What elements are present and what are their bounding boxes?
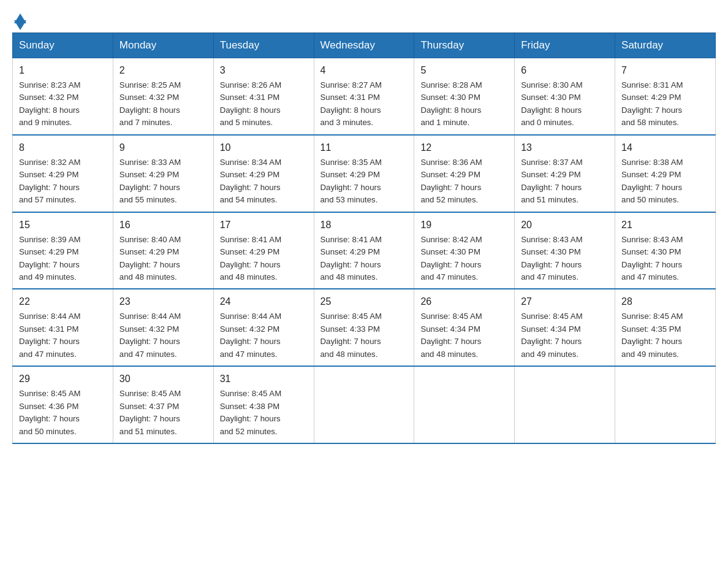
day-info: Sunrise: 8:36 AM Sunset: 4:29 PM Dayligh… bbox=[420, 158, 482, 204]
day-info: Sunrise: 8:45 AM Sunset: 4:34 PM Dayligh… bbox=[521, 312, 582, 358]
calendar-cell: 11Sunrise: 8:35 AM Sunset: 4:29 PM Dayli… bbox=[314, 135, 414, 212]
calendar-cell: 12Sunrise: 8:36 AM Sunset: 4:29 PM Dayli… bbox=[414, 135, 515, 212]
day-number: 30 bbox=[119, 372, 207, 386]
calendar-cell: 13Sunrise: 8:37 AM Sunset: 4:29 PM Dayli… bbox=[515, 135, 615, 212]
day-info: Sunrise: 8:38 AM Sunset: 4:29 PM Dayligh… bbox=[621, 158, 683, 204]
day-info: Sunrise: 8:26 AM Sunset: 4:31 PM Dayligh… bbox=[220, 80, 281, 127]
day-info: Sunrise: 8:45 AM Sunset: 4:37 PM Dayligh… bbox=[119, 389, 181, 435]
calendar-cell: 15Sunrise: 8:39 AM Sunset: 4:29 PM Dayli… bbox=[13, 212, 113, 289]
day-info: Sunrise: 8:35 AM Sunset: 4:29 PM Dayligh… bbox=[320, 158, 382, 204]
day-info: Sunrise: 8:28 AM Sunset: 4:30 PM Dayligh… bbox=[420, 80, 482, 127]
day-number: 4 bbox=[320, 63, 408, 78]
day-number: 6 bbox=[521, 63, 609, 78]
day-number: 16 bbox=[119, 218, 207, 232]
calendar-table: SundayMondayTuesdayWednesdayThursdayFrid… bbox=[12, 33, 716, 444]
calendar-cell bbox=[314, 366, 414, 443]
day-number: 8 bbox=[19, 140, 107, 155]
day-number: 11 bbox=[320, 140, 408, 155]
day-number: 14 bbox=[621, 140, 709, 155]
calendar-cell: 31Sunrise: 8:45 AM Sunset: 4:38 PM Dayli… bbox=[213, 366, 314, 443]
calendar-cell: 29Sunrise: 8:45 AM Sunset: 4:36 PM Dayli… bbox=[13, 366, 113, 443]
calendar-cell bbox=[515, 366, 615, 443]
day-info: Sunrise: 8:30 AM Sunset: 4:30 PM Dayligh… bbox=[521, 80, 582, 127]
day-number: 26 bbox=[420, 294, 508, 309]
day-info: Sunrise: 8:43 AM Sunset: 4:30 PM Dayligh… bbox=[621, 235, 683, 282]
day-number: 22 bbox=[19, 294, 107, 309]
calendar-cell: 10Sunrise: 8:34 AM Sunset: 4:29 PM Dayli… bbox=[213, 135, 314, 212]
calendar-week-row: 1Sunrise: 8:23 AM Sunset: 4:32 PM Daylig… bbox=[13, 58, 716, 135]
calendar-cell: 20Sunrise: 8:43 AM Sunset: 4:30 PM Dayli… bbox=[515, 212, 615, 289]
calendar-cell: 21Sunrise: 8:43 AM Sunset: 4:30 PM Dayli… bbox=[615, 212, 716, 289]
day-info: Sunrise: 8:45 AM Sunset: 4:34 PM Dayligh… bbox=[420, 312, 482, 358]
day-info: Sunrise: 8:43 AM Sunset: 4:30 PM Dayligh… bbox=[521, 235, 582, 282]
calendar-cell: 17Sunrise: 8:41 AM Sunset: 4:29 PM Dayli… bbox=[213, 212, 314, 289]
day-info: Sunrise: 8:44 AM Sunset: 4:32 PM Dayligh… bbox=[220, 312, 281, 358]
calendar-cell: 14Sunrise: 8:38 AM Sunset: 4:29 PM Dayli… bbox=[615, 135, 716, 212]
calendar-week-row: 15Sunrise: 8:39 AM Sunset: 4:29 PM Dayli… bbox=[13, 212, 716, 289]
day-number: 7 bbox=[621, 63, 709, 78]
logo bbox=[12, 12, 26, 26]
day-number: 27 bbox=[521, 294, 609, 309]
day-number: 24 bbox=[220, 294, 308, 309]
calendar-cell: 28Sunrise: 8:45 AM Sunset: 4:35 PM Dayli… bbox=[615, 289, 716, 366]
day-number: 21 bbox=[621, 218, 709, 232]
calendar-cell: 5Sunrise: 8:28 AM Sunset: 4:30 PM Daylig… bbox=[414, 58, 515, 135]
calendar-cell: 27Sunrise: 8:45 AM Sunset: 4:34 PM Dayli… bbox=[515, 289, 615, 366]
day-number: 28 bbox=[621, 294, 709, 309]
day-number: 19 bbox=[420, 218, 508, 232]
day-info: Sunrise: 8:45 AM Sunset: 4:38 PM Dayligh… bbox=[220, 389, 281, 435]
day-number: 10 bbox=[220, 140, 308, 155]
day-info: Sunrise: 8:33 AM Sunset: 4:29 PM Dayligh… bbox=[119, 158, 181, 204]
calendar-cell: 16Sunrise: 8:40 AM Sunset: 4:29 PM Dayli… bbox=[113, 212, 213, 289]
day-info: Sunrise: 8:45 AM Sunset: 4:36 PM Dayligh… bbox=[19, 389, 80, 435]
weekday-header-wednesday: Wednesday bbox=[314, 33, 414, 58]
day-info: Sunrise: 8:40 AM Sunset: 4:29 PM Dayligh… bbox=[119, 235, 181, 282]
day-info: Sunrise: 8:31 AM Sunset: 4:29 PM Dayligh… bbox=[621, 80, 683, 127]
calendar-cell bbox=[615, 366, 716, 443]
day-number: 9 bbox=[119, 140, 207, 155]
page-header bbox=[12, 12, 716, 26]
weekday-header-sunday: Sunday bbox=[13, 33, 113, 58]
day-number: 5 bbox=[420, 63, 508, 78]
weekday-header-monday: Monday bbox=[113, 33, 213, 58]
day-number: 17 bbox=[220, 218, 308, 232]
calendar-cell bbox=[414, 366, 515, 443]
day-number: 1 bbox=[19, 63, 107, 78]
day-number: 23 bbox=[119, 294, 207, 309]
day-info: Sunrise: 8:45 AM Sunset: 4:33 PM Dayligh… bbox=[320, 312, 382, 358]
weekday-header-saturday: Saturday bbox=[615, 33, 716, 58]
day-info: Sunrise: 8:27 AM Sunset: 4:31 PM Dayligh… bbox=[320, 80, 382, 127]
calendar-cell: 7Sunrise: 8:31 AM Sunset: 4:29 PM Daylig… bbox=[615, 58, 716, 135]
day-number: 18 bbox=[320, 218, 408, 232]
day-info: Sunrise: 8:39 AM Sunset: 4:29 PM Dayligh… bbox=[19, 235, 80, 282]
calendar-cell: 6Sunrise: 8:30 AM Sunset: 4:30 PM Daylig… bbox=[515, 58, 615, 135]
day-number: 31 bbox=[220, 372, 308, 386]
day-number: 20 bbox=[521, 218, 609, 232]
calendar-cell: 3Sunrise: 8:26 AM Sunset: 4:31 PM Daylig… bbox=[213, 58, 314, 135]
day-number: 25 bbox=[320, 294, 408, 309]
weekday-header-thursday: Thursday bbox=[414, 33, 515, 58]
day-number: 12 bbox=[420, 140, 508, 155]
day-info: Sunrise: 8:34 AM Sunset: 4:29 PM Dayligh… bbox=[220, 158, 281, 204]
day-info: Sunrise: 8:32 AM Sunset: 4:29 PM Dayligh… bbox=[19, 158, 80, 204]
day-info: Sunrise: 8:44 AM Sunset: 4:31 PM Dayligh… bbox=[19, 312, 80, 358]
calendar-cell: 19Sunrise: 8:42 AM Sunset: 4:30 PM Dayli… bbox=[414, 212, 515, 289]
calendar-cell: 30Sunrise: 8:45 AM Sunset: 4:37 PM Dayli… bbox=[113, 366, 213, 443]
day-number: 2 bbox=[119, 63, 207, 78]
calendar-week-row: 22Sunrise: 8:44 AM Sunset: 4:31 PM Dayli… bbox=[13, 289, 716, 366]
weekday-header-friday: Friday bbox=[515, 33, 615, 58]
day-info: Sunrise: 8:41 AM Sunset: 4:29 PM Dayligh… bbox=[320, 235, 382, 282]
calendar-week-row: 8Sunrise: 8:32 AM Sunset: 4:29 PM Daylig… bbox=[13, 135, 716, 212]
calendar-cell: 9Sunrise: 8:33 AM Sunset: 4:29 PM Daylig… bbox=[113, 135, 213, 212]
weekday-header-tuesday: Tuesday bbox=[213, 33, 314, 58]
day-number: 3 bbox=[220, 63, 308, 78]
calendar-cell: 8Sunrise: 8:32 AM Sunset: 4:29 PM Daylig… bbox=[13, 135, 113, 212]
day-info: Sunrise: 8:25 AM Sunset: 4:32 PM Dayligh… bbox=[119, 80, 181, 127]
calendar-cell: 4Sunrise: 8:27 AM Sunset: 4:31 PM Daylig… bbox=[314, 58, 414, 135]
calendar-cell: 25Sunrise: 8:45 AM Sunset: 4:33 PM Dayli… bbox=[314, 289, 414, 366]
day-info: Sunrise: 8:45 AM Sunset: 4:35 PM Dayligh… bbox=[621, 312, 683, 358]
calendar-cell: 1Sunrise: 8:23 AM Sunset: 4:32 PM Daylig… bbox=[13, 58, 113, 135]
calendar-cell: 23Sunrise: 8:44 AM Sunset: 4:32 PM Dayli… bbox=[113, 289, 213, 366]
calendar-cell: 2Sunrise: 8:25 AM Sunset: 4:32 PM Daylig… bbox=[113, 58, 213, 135]
day-number: 13 bbox=[521, 140, 609, 155]
